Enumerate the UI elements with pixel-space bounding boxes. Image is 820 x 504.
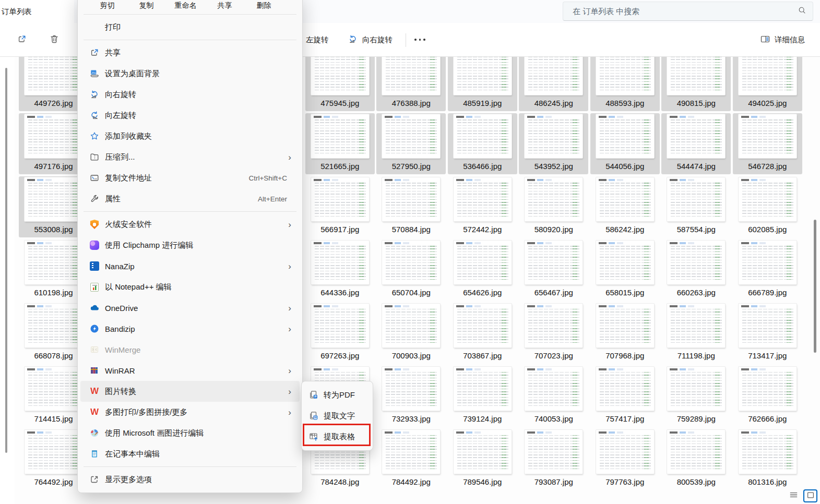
file-tile[interactable]: 494025.jpg [733, 56, 802, 111]
file-tile[interactable]: 543952.jpg [519, 113, 588, 174]
delete-button[interactable] [47, 29, 62, 50]
file-tile[interactable]: 650704.jpg [376, 239, 446, 301]
file-tile[interactable]: 707023.jpg [519, 303, 588, 364]
file-tile[interactable]: 757417.jpg [590, 366, 660, 427]
menu-item-notepad[interactable]: 在记事本中编辑 [80, 443, 300, 464]
menu-item-copy-path[interactable]: 复制文件地址Ctrl+Shift+C [80, 167, 300, 188]
tab-title: 订单列表 [0, 7, 32, 17]
menu-separator [84, 466, 296, 467]
file-cell: 703867.jpg [447, 303, 518, 366]
file-tile[interactable]: 793087.jpg [519, 429, 588, 490]
thumbnail-view-button[interactable] [803, 489, 817, 502]
file-tile[interactable]: 656467.jpg [519, 239, 588, 301]
file-tile[interactable]: 739124.jpg [448, 366, 517, 427]
menu-item-winrar[interactable]: WinRAR› [80, 360, 300, 381]
file-tile[interactable]: 697263.jpg [305, 303, 375, 364]
file-tile[interactable]: 488593.jpg [590, 56, 660, 111]
file-tile[interactable]: 703867.jpg [448, 303, 517, 364]
menu-item-show-more[interactable]: 显示更多选项 [80, 469, 300, 490]
quick-action-重命名[interactable]: 重命名 [166, 1, 205, 10]
submenu-item-to-pdf[interactable]: P转为PDF [304, 385, 371, 405]
search-box[interactable] [563, 2, 813, 21]
file-tile[interactable]: 800539.jpg [661, 429, 731, 490]
file-tile[interactable]: 660263.jpg [661, 239, 731, 301]
file-tile[interactable]: 527950.jpg [376, 113, 446, 174]
file-tile[interactable]: 762666.jpg [733, 366, 802, 427]
file-tile[interactable]: 475945.jpg [305, 56, 375, 111]
menu-item-huorong[interactable]: 火绒安全软件› [80, 214, 300, 235]
menu-item-compress[interactable]: 压缩到...› [80, 147, 300, 167]
menu-item-mspaint[interactable]: 使用 Microsoft 画图进行编辑 [80, 423, 300, 443]
menu-item-print[interactable]: 打印 [80, 17, 300, 38]
menu-item-nanazip[interactable]: NanaZip› [80, 256, 300, 277]
file-tile[interactable]: 789546.jpg [448, 429, 517, 490]
menu-item-notepadpp[interactable]: 以 Notepad++ 编辑 [80, 277, 300, 297]
menu-item-add-favorites[interactable]: 添加到收藏夹 [80, 126, 300, 147]
menu-item-rotate-right[interactable]: 向右旋转 [80, 84, 300, 105]
file-tile[interactable]: 580920.jpg [519, 176, 588, 237]
file-name: 762666.jpg [733, 414, 802, 423]
file-tile[interactable]: 602085.jpg [733, 176, 802, 237]
file-tile[interactable]: 797763.jpg [590, 429, 660, 490]
file-tile[interactable]: 546728.jpg [733, 113, 802, 174]
thumbnail-header [527, 116, 566, 118]
file-tile[interactable]: 572442.jpg [448, 176, 517, 237]
file-tile[interactable]: 476388.jpg [376, 56, 446, 111]
file-view-scrollbar[interactable] [814, 220, 816, 353]
file-tile[interactable]: 732933.jpg [376, 366, 446, 427]
file-tile[interactable]: 740053.jpg [519, 366, 588, 427]
menu-item-multi-print[interactable]: W多图打印/多图拼接/更多› [80, 402, 300, 423]
file-cell: 654626.jpg [447, 239, 518, 303]
rotate-right-button[interactable]: 向右旋转 [346, 29, 395, 50]
file-thumbnail [739, 177, 797, 221]
menu-item-rotate-left[interactable]: 向左旋转 [80, 105, 300, 126]
file-tile[interactable]: 566917.jpg [305, 176, 375, 237]
menu-item-clipchamp[interactable]: 使用 Clipchamp 进行编辑 [80, 235, 300, 256]
file-tile[interactable]: 490815.jpg [661, 56, 731, 111]
file-tile[interactable]: 666789.jpg [733, 239, 802, 301]
file-tile[interactable]: 801316.jpg [733, 429, 802, 490]
file-cell: 572442.jpg [447, 176, 518, 239]
file-tile[interactable]: 784492.jpg [376, 429, 446, 490]
file-tile[interactable]: 707968.jpg [590, 303, 660, 364]
file-tile[interactable]: 700903.jpg [376, 303, 446, 364]
rotate-left-button[interactable]: 左旋转 [304, 29, 331, 50]
file-tile[interactable]: 644336.jpg [305, 239, 375, 301]
file-tile[interactable]: 658015.jpg [590, 239, 660, 301]
thumbnail-header [385, 116, 424, 118]
file-name: 475945.jpg [305, 99, 375, 107]
quick-action-删除[interactable]: 删除 [244, 1, 283, 10]
menu-item-onedrive[interactable]: OneDrive› [80, 297, 300, 318]
file-tile[interactable]: 536466.jpg [448, 113, 517, 174]
file-tile[interactable]: 570884.jpg [376, 176, 446, 237]
details-pane-button[interactable]: 详细信息 [758, 29, 807, 50]
file-tile[interactable]: 544056.jpg [590, 113, 660, 174]
more-options-button[interactable] [412, 29, 427, 50]
file-name: 485919.jpg [448, 99, 517, 107]
menu-item-properties[interactable]: 属性Alt+Enter [80, 188, 300, 209]
file-tile[interactable]: 486245.jpg [519, 56, 588, 111]
share-button[interactable] [15, 29, 29, 50]
file-tile[interactable]: 654626.jpg [448, 239, 517, 301]
file-tile[interactable]: 521665.jpg [305, 113, 375, 174]
menu-item-image-convert[interactable]: W图片转换› [80, 381, 300, 402]
file-tile[interactable]: 713417.jpg [733, 303, 802, 364]
file-tile[interactable]: 586242.jpg [590, 176, 660, 237]
submenu-item-extract-text[interactable]: W提取文字 [304, 405, 371, 426]
file-tile[interactable]: 587554.jpg [661, 176, 731, 237]
left-pane-scrollbar[interactable] [5, 68, 7, 453]
file-tile[interactable]: 544474.jpg [661, 113, 731, 174]
list-view-button[interactable] [787, 489, 801, 502]
menu-item-share[interactable]: 共享 [80, 42, 300, 63]
quick-action-剪切[interactable]: 剪切 [88, 1, 127, 10]
file-tile[interactable]: 759289.jpg [661, 366, 731, 427]
submenu-item-extract-table[interactable]: 提取表格 [304, 426, 371, 447]
quick-action-共享[interactable]: 共享 [205, 1, 244, 10]
file-tile[interactable]: 711198.jpg [661, 303, 731, 364]
explorer-tab[interactable]: 订单列表 [0, 0, 74, 23]
menu-item-bandizip[interactable]: Bandizip› [80, 318, 300, 339]
file-tile[interactable]: 485919.jpg [448, 56, 517, 111]
menu-item-set-wallpaper[interactable]: 设置为桌面背景 [80, 63, 300, 84]
search-input[interactable] [572, 6, 798, 16]
quick-action-复制[interactable]: 复制 [127, 1, 166, 10]
